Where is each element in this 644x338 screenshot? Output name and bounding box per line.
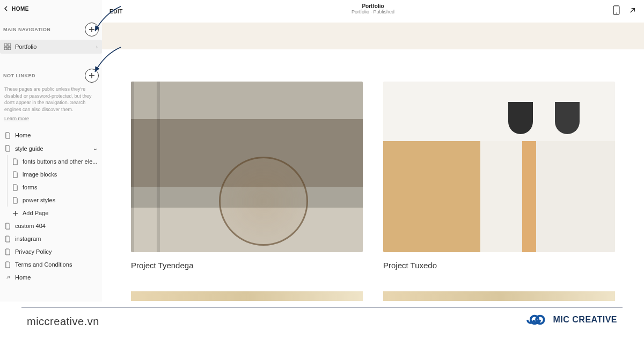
page-item-power-styles[interactable]: power styles	[0, 194, 102, 207]
page-item-terms[interactable]: Terms and Conditions	[0, 258, 102, 271]
nav-item-label: Portfolio	[15, 43, 36, 50]
page-icon	[4, 145, 11, 152]
main-navigation-header: MAIN NAVIGATION	[0, 17, 102, 40]
page-icon	[12, 171, 18, 178]
back-home-label: HOME	[12, 6, 29, 12]
page-list: Home style guide ⌄ fonts buttons and oth…	[0, 126, 102, 284]
page-item-instagram[interactable]: instagram	[0, 232, 102, 245]
mobile-preview-icon[interactable]	[613, 5, 620, 17]
chevron-left-icon	[3, 5, 10, 12]
portfolio-grid-row-2	[131, 291, 615, 301]
main-navigation-label: MAIN NAVIGATION	[3, 27, 50, 32]
topbar-title: Portfolio	[352, 3, 394, 9]
portfolio-caption: Project Tuxedo	[383, 252, 615, 270]
page-content: Project Tyendega Project Tuxedo	[102, 49, 644, 302]
page-icon	[12, 158, 18, 165]
svg-rect-0	[4, 43, 7, 46]
grid-icon	[4, 43, 11, 50]
link-icon	[4, 274, 11, 281]
nav-item-portfolio[interactable]: Portfolio ›	[0, 40, 102, 54]
back-home-link[interactable]: HOME	[0, 0, 102, 17]
page-label: Terms and Conditions	[15, 261, 72, 268]
sidebar: HOME MAIN NAVIGATION Portfolio › NOT LIN…	[0, 0, 102, 302]
page-label: image blocks	[23, 171, 57, 178]
page-label: forms	[23, 184, 38, 190]
page-item-home[interactable]: Home	[0, 129, 102, 142]
learn-more-link[interactable]: Learn more	[0, 116, 102, 126]
page-header-band	[102, 23, 644, 49]
add-main-nav-button[interactable]	[85, 23, 99, 36]
portfolio-card[interactable]: Project Tyendega	[131, 82, 363, 270]
portfolio-thumbnail	[383, 82, 615, 252]
page-label: Privacy Policy	[15, 248, 52, 255]
svg-rect-2	[4, 47, 7, 50]
page-item-privacy[interactable]: Privacy Policy	[0, 245, 102, 258]
add-page-button[interactable]: Add Page	[0, 207, 102, 219]
page-icon	[12, 184, 18, 190]
brand-name: MIC CREATIVE	[553, 315, 617, 325]
open-external-icon[interactable]	[628, 6, 636, 17]
page-icon	[4, 248, 11, 255]
add-page-label: Add Page	[23, 210, 48, 216]
page-icon	[12, 197, 18, 203]
footer-divider	[21, 307, 623, 307]
not-linked-description: These pages are public unless they're di…	[0, 86, 102, 116]
page-label: Home	[15, 274, 31, 281]
portfolio-thumbnail-partial	[383, 291, 615, 301]
portfolio-thumbnail-partial	[131, 291, 363, 301]
portfolio-grid-row: Project Tyendega Project Tuxedo	[131, 82, 615, 270]
footer-domain: miccreative.vn	[27, 315, 99, 328]
footer-brand: MIC CREATIVE	[524, 313, 617, 326]
page-icon	[4, 236, 11, 242]
page-icon	[4, 261, 11, 268]
svg-rect-3	[8, 47, 11, 50]
brand-logo-icon	[524, 313, 548, 326]
page-label: fonts buttons and other ele...	[23, 158, 97, 165]
chevron-down-icon: ⌄	[93, 145, 98, 152]
add-not-linked-button[interactable]	[85, 69, 99, 83]
editor-frame: HOME MAIN NAVIGATION Portfolio › NOT LIN…	[0, 0, 644, 302]
page-item-fonts[interactable]: fonts buttons and other ele...	[0, 155, 102, 168]
not-linked-label: NOT LINKED	[3, 73, 35, 78]
page-item-image-blocks[interactable]: image blocks	[0, 168, 102, 181]
main-panel: EDIT Portfolio Portfolio · Published	[102, 0, 644, 302]
portfolio-thumbnail	[131, 82, 363, 252]
chevron-right-icon: ›	[96, 44, 98, 50]
svg-point-5	[616, 13, 617, 14]
page-label: instagram	[15, 236, 41, 242]
topbar-subtitle: Portfolio · Published	[352, 9, 394, 14]
page-label: custom 404	[15, 223, 46, 229]
page-icon	[4, 132, 11, 138]
app-root: HOME MAIN NAVIGATION Portfolio › NOT LIN…	[0, 0, 644, 338]
page-icon	[4, 223, 11, 229]
page-label: power styles	[23, 197, 55, 203]
portfolio-card[interactable]: Project Tuxedo	[383, 82, 615, 270]
plus-icon	[12, 210, 18, 216]
topbar-actions	[613, 5, 636, 17]
page-label: Home	[15, 132, 31, 138]
page-item-home-link[interactable]: Home	[0, 271, 102, 284]
edit-button[interactable]: EDIT	[109, 9, 123, 14]
portfolio-caption: Project Tyendega	[131, 252, 363, 270]
svg-rect-1	[8, 43, 11, 46]
topbar: EDIT Portfolio Portfolio · Published	[102, 0, 644, 23]
topbar-title-block: Portfolio Portfolio · Published	[352, 3, 394, 14]
not-linked-header: NOT LINKED	[0, 63, 102, 86]
page-item-style-guide[interactable]: style guide ⌄	[0, 142, 102, 155]
page-label: style guide	[15, 145, 43, 152]
page-item-custom-404[interactable]: custom 404	[0, 219, 102, 232]
page-item-forms[interactable]: forms	[0, 181, 102, 194]
